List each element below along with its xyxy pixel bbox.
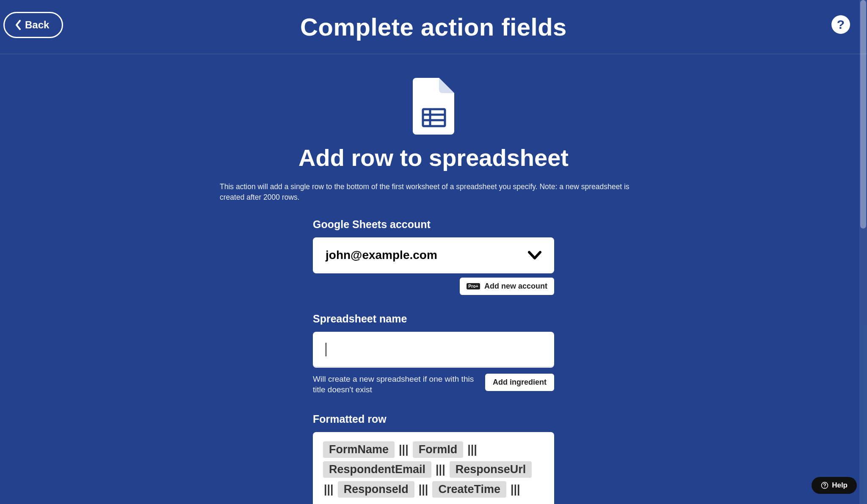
token-separator: ||| — [398, 443, 409, 456]
text-cursor — [326, 343, 326, 356]
spreadsheet-name-input[interactable] — [313, 332, 554, 368]
token-separator: ||| — [510, 483, 521, 496]
add-account-label: Add new account — [484, 282, 547, 291]
spreadsheet-name-label: Spreadsheet name — [313, 313, 554, 325]
header: Back Complete action fields ? — [0, 0, 867, 54]
ingredient-token[interactable]: CreateTime — [432, 481, 506, 498]
question-mark-icon: ? — [837, 17, 845, 32]
account-value: john@example.com — [326, 248, 437, 262]
help-pill-label: Help — [832, 481, 848, 490]
scrollbar-track[interactable] — [859, 0, 867, 504]
page-title: Complete action fields — [300, 13, 567, 41]
action-description: This action will add a single row to the… — [220, 182, 647, 203]
ingredient-token[interactable]: FormName — [323, 441, 395, 458]
help-pill-button[interactable]: Help — [812, 477, 857, 494]
back-button[interactable]: Back — [3, 12, 63, 38]
action-title: Add row to spreadsheet — [220, 144, 647, 171]
add-ingredient-button[interactable]: Add ingredient — [485, 374, 554, 391]
back-label: Back — [25, 19, 49, 31]
account-select[interactable]: john@example.com — [313, 237, 554, 273]
google-sheets-icon — [413, 78, 454, 135]
action-icon-wrap — [220, 78, 647, 135]
ingredient-token[interactable]: RespondentEmail — [323, 461, 431, 478]
help-circle-icon — [821, 482, 828, 489]
spreadsheet-hint: Will create a new spreadsheet if one wit… — [313, 374, 478, 395]
pro-plus-badge: Pro+ — [467, 283, 480, 289]
main-content: Add row to spreadsheet This action will … — [220, 54, 647, 504]
add-new-account-button[interactable]: Pro+ Add new account — [460, 278, 554, 295]
chevron-down-icon — [528, 251, 541, 260]
form-column: Google Sheets account john@example.com P… — [313, 218, 554, 504]
help-icon-button[interactable]: ? — [831, 15, 850, 34]
token-separator: ||| — [323, 483, 334, 496]
scrollbar-thumb[interactable] — [860, 0, 866, 229]
ingredient-token[interactable]: ResponseId — [338, 481, 414, 498]
token-separator: ||| — [418, 483, 429, 496]
chevron-left-icon — [15, 20, 22, 30]
account-label: Google Sheets account — [313, 218, 554, 231]
token-separator: ||| — [467, 443, 478, 456]
svg-point-5 — [824, 487, 825, 487]
token-separator: ||| — [435, 463, 446, 476]
formatted-row-label: Formatted row — [313, 413, 554, 425]
ingredient-token[interactable]: ResponseUrl — [450, 461, 532, 478]
formatted-row-input[interactable]: FormName|||FormId|||RespondentEmail|||Re… — [313, 432, 554, 504]
ingredient-token[interactable]: FormId — [413, 441, 464, 458]
